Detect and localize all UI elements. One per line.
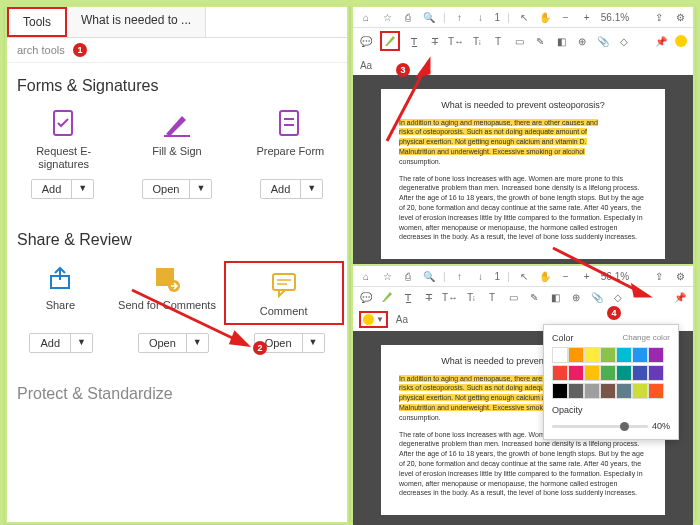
tool-label: Request E-signatures xyxy=(14,145,114,171)
zoom-level[interactable]: 56.1% xyxy=(601,12,629,23)
open-button[interactable]: Open▼ xyxy=(142,179,213,199)
color-swatch[interactable] xyxy=(584,383,600,399)
color-swatch[interactable] xyxy=(648,365,664,381)
color-swatch[interactable] xyxy=(616,383,632,399)
draw-icon[interactable]: ✎ xyxy=(527,290,541,304)
cursor-icon[interactable]: ↖ xyxy=(517,269,531,283)
pin-icon[interactable]: 📌 xyxy=(673,290,687,304)
color-swatch[interactable] xyxy=(648,383,664,399)
tool-prepare-form[interactable]: Prepare Form xyxy=(240,107,340,171)
svg-rect-2 xyxy=(280,111,298,135)
tools-panel: Tools What is needed to ... 1 arch tools… xyxy=(5,5,349,524)
note-icon[interactable]: 💬 xyxy=(359,34,373,48)
attach-icon[interactable]: 📎 xyxy=(596,34,610,48)
color-swatch[interactable] xyxy=(616,347,632,363)
up-icon[interactable]: ↑ xyxy=(453,269,467,283)
hand-icon[interactable]: ✋ xyxy=(538,10,552,24)
note-icon[interactable]: 💬 xyxy=(359,290,373,304)
star-icon[interactable]: ☆ xyxy=(380,269,394,283)
document-view-highlight: ⌂ ☆ ⎙ 🔍 | ↑ ↓ 1 | ↖ ✋ − + 56.1% ⇪ ⚙ 💬 T̲… xyxy=(351,5,695,261)
color-swatch[interactable] xyxy=(552,365,568,381)
highlight-icon[interactable] xyxy=(380,31,400,51)
section-share: Share & Review xyxy=(7,217,347,257)
insert-icon[interactable]: Tᵢ xyxy=(464,290,478,304)
color-swatch[interactable] xyxy=(632,347,648,363)
color-swatch[interactable] xyxy=(584,347,600,363)
tool-request-esignatures[interactable]: Request E-signatures xyxy=(14,107,114,171)
section-forms: Forms & Signatures xyxy=(7,63,347,103)
tab-tools[interactable]: Tools xyxy=(7,7,67,37)
add-button[interactable]: Add▼ xyxy=(29,333,93,353)
color-swatch[interactable] xyxy=(632,383,648,399)
color-picker-button[interactable]: ▼ xyxy=(359,311,388,328)
bell-icon[interactable]: ⚙ xyxy=(673,269,687,283)
pen-icon xyxy=(160,107,194,141)
bell-icon[interactable]: ⚙ xyxy=(673,10,687,24)
text-icon[interactable]: T xyxy=(485,290,499,304)
color-swatch[interactable] xyxy=(552,347,568,363)
search-input[interactable]: arch tools xyxy=(7,38,347,63)
tab-document[interactable]: What is needed to ... xyxy=(67,7,206,37)
home-icon[interactable]: ⌂ xyxy=(359,10,373,24)
tool-label: Fill & Sign xyxy=(152,145,202,159)
textbox-icon[interactable]: ▭ xyxy=(512,34,526,48)
tabs-bar: Tools What is needed to ... xyxy=(7,7,347,38)
zoom-in-icon[interactable]: + xyxy=(580,10,594,24)
color-swatch[interactable] xyxy=(600,365,616,381)
pin-icon[interactable]: 📌 xyxy=(654,34,668,48)
home-icon[interactable]: ⌂ xyxy=(359,269,373,283)
form-icon xyxy=(273,107,307,141)
color-swatch[interactable] xyxy=(584,365,600,381)
color-swatch[interactable] xyxy=(568,383,584,399)
print-icon[interactable]: ⎙ xyxy=(401,269,415,283)
comment-icon xyxy=(267,267,301,301)
opacity-slider[interactable] xyxy=(552,425,648,428)
svg-rect-10 xyxy=(273,274,295,290)
erase-icon[interactable]: ◧ xyxy=(554,34,568,48)
color-swatch[interactable] xyxy=(600,383,616,399)
shapes-icon[interactable]: ◇ xyxy=(617,34,631,48)
search-icon[interactable]: 🔍 xyxy=(422,269,436,283)
print-icon[interactable]: ⎙ xyxy=(401,10,415,24)
down-icon[interactable]: ↓ xyxy=(474,269,488,283)
color-swatch[interactable] xyxy=(552,383,568,399)
color-swatch[interactable] xyxy=(568,365,584,381)
highlight-icon[interactable] xyxy=(380,290,394,304)
text-style-icon[interactable]: Aa xyxy=(395,313,409,327)
opacity-value: 40% xyxy=(652,421,670,431)
stamp-icon[interactable]: ⊕ xyxy=(575,34,589,48)
color-swatch[interactable] xyxy=(675,35,687,47)
change-color-link[interactable]: Change color xyxy=(622,333,670,343)
share-icon[interactable]: ⇪ xyxy=(652,10,666,24)
draw-icon[interactable]: ✎ xyxy=(533,34,547,48)
replace-icon[interactable]: T↔ xyxy=(449,34,463,48)
underline-icon[interactable]: T̲ xyxy=(401,290,415,304)
underline-icon[interactable]: T̲ xyxy=(407,34,421,48)
tool-fill-sign[interactable]: Fill & Sign xyxy=(127,107,227,171)
insert-icon[interactable]: Tᵢ xyxy=(470,34,484,48)
star-icon[interactable]: ☆ xyxy=(380,10,394,24)
add-button[interactable]: Add▼ xyxy=(260,179,324,199)
up-icon[interactable]: ↑ xyxy=(453,10,467,24)
color-swatch[interactable] xyxy=(648,347,664,363)
zoom-out-icon[interactable]: − xyxy=(559,10,573,24)
color-swatch[interactable] xyxy=(568,347,584,363)
replace-icon[interactable]: T↔ xyxy=(443,290,457,304)
add-button[interactable]: Add▼ xyxy=(31,179,95,199)
strikeout-icon[interactable]: T̶ xyxy=(428,34,442,48)
color-swatch[interactable] xyxy=(616,365,632,381)
page-number[interactable]: 1 xyxy=(495,12,501,23)
textbox-icon[interactable]: ▭ xyxy=(506,290,520,304)
badge-2: 2 xyxy=(253,341,267,355)
down-icon[interactable]: ↓ xyxy=(474,10,488,24)
text-icon[interactable]: T xyxy=(491,34,505,48)
badge-1: 1 xyxy=(73,43,87,57)
cursor-icon[interactable]: ↖ xyxy=(517,10,531,24)
close-icon[interactable]: Aa xyxy=(359,58,373,72)
tool-share[interactable]: Share xyxy=(10,261,110,325)
color-swatch[interactable] xyxy=(632,365,648,381)
search-icon[interactable]: 🔍 xyxy=(422,10,436,24)
svg-marker-6 xyxy=(231,333,247,345)
strikeout-icon[interactable]: T̶ xyxy=(422,290,436,304)
color-swatch[interactable] xyxy=(600,347,616,363)
